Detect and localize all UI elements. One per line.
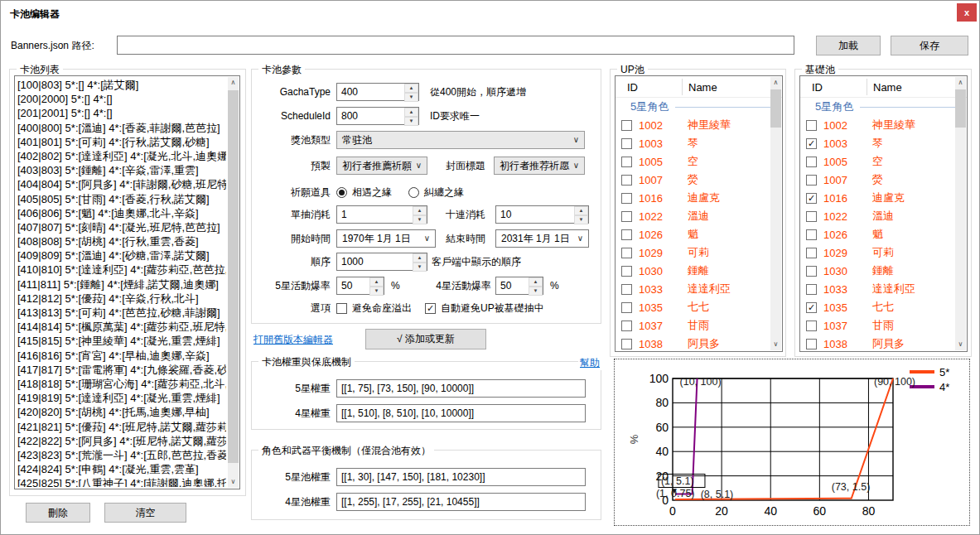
spin-up-button[interactable]: ▲ <box>529 277 543 287</box>
radio-acquaint-fate[interactable]: 相遇之緣 <box>336 186 392 200</box>
pool-weight5-input[interactable] <box>336 468 586 486</box>
row-checkbox[interactable] <box>621 175 632 186</box>
end-time-picker[interactable]: 2031年 1月 1日∨ <box>495 229 589 248</box>
spin-down-button[interactable]: ▼ <box>404 93 418 102</box>
row-checkbox[interactable] <box>806 211 817 222</box>
list-item[interactable]: [415|815] 5*:[神里綾華] 4*:[凝光,重雲,煙緋] <box>17 334 226 348</box>
list-item[interactable]: [413|813] 5*:[可莉] 4*:[芭芭拉,砂糖,菲謝爾] <box>17 306 226 320</box>
row-checkbox[interactable] <box>806 266 817 277</box>
scroll-up-arrow[interactable]: ∧ <box>955 77 966 89</box>
row-checkbox[interactable] <box>621 248 632 258</box>
row-checkbox[interactable] <box>806 229 817 240</box>
list-item[interactable]: [100|803] 5*:[] 4*:[諾艾爾] <box>17 78 226 92</box>
add-or-update-button[interactable]: √ 添加或更新 <box>365 329 486 349</box>
row-checkbox[interactable] <box>621 339 632 349</box>
scroll-down-arrow[interactable]: ∨ <box>955 339 966 350</box>
pool-weight4-input[interactable] <box>336 493 586 511</box>
row-checkbox[interactable] <box>621 302 632 313</box>
list-item[interactable]: [422|822] 5*:[阿貝多] 4*:[班尼特,諾艾爾,蘿莎莉亞] <box>17 434 226 448</box>
list-item[interactable]: [201|2001] 5*:[] 4*:[] <box>17 106 226 120</box>
up-pool-scrollbar[interactable]: ∧∨ <box>770 77 781 350</box>
help-link[interactable]: 幫助 <box>578 356 601 370</box>
list-item[interactable]: [424|824] 5*:[申鶴] 4*:[凝光,重雲,雲堇] <box>17 462 226 476</box>
row-checkbox[interactable] <box>806 248 817 258</box>
spin-down-button[interactable]: ▼ <box>404 117 418 126</box>
row-checkbox[interactable] <box>621 138 632 149</box>
pool-list-scrollbar[interactable]: ∧∨ <box>228 77 239 488</box>
scroll-up-arrow[interactable]: ∧ <box>770 77 781 89</box>
row-checkbox[interactable] <box>806 120 817 131</box>
spin-up-button[interactable]: ▲ <box>404 84 418 93</box>
single-cost-spinner[interactable]: 1▲▼ <box>336 205 427 224</box>
list-item[interactable]: [405|805] 5*:[甘雨] 4*:[香菱,行秋,諾艾爾] <box>17 192 226 206</box>
close-button[interactable]: x <box>957 3 977 22</box>
list-item[interactable]: [416|816] 5*:[宵宮] 4*:[早柚,迪奧娜,辛焱] <box>17 349 226 363</box>
cover-title-select[interactable]: 初行者推荐祈愿∨ <box>494 157 585 175</box>
list-item[interactable]: [401|801] 5*:[可莉] 4*:[行秋,諾艾爾,砂糖] <box>17 135 226 149</box>
checkbox-auto-avoid-up-in-base[interactable]: 自動避免UP被基礎抽中 <box>425 301 544 316</box>
base-pool-scrollbar[interactable]: ∧∨ <box>955 77 966 350</box>
path-input[interactable] <box>117 36 794 55</box>
row-checkbox[interactable] <box>621 157 632 167</box>
list-item[interactable]: [406|806] 5*:[魈] 4*:[迪奧娜,北斗,辛焱] <box>17 206 226 220</box>
row-checkbox[interactable] <box>806 284 817 295</box>
scroll-down-arrow[interactable]: ∨ <box>228 476 239 488</box>
delete-button[interactable]: 刪除 <box>26 503 90 523</box>
list-item[interactable]: [410|810] 5*:[達達利亞] 4*:[蘿莎莉亞,芭芭拉,菲謝爾] <box>17 263 226 277</box>
scroll-thumb[interactable] <box>770 89 781 128</box>
list-item[interactable]: [408|808] 5*:[胡桃] 4*:[行秋,重雲,香菱] <box>17 234 226 248</box>
list-item[interactable]: [418|818] 5*:[珊瑚宮心海] 4*:[蘿莎莉亞,北斗,行秋] <box>17 377 226 391</box>
list-item[interactable]: [200|2000] 5*:[] 4*:[] <box>17 92 226 106</box>
radio-intertwined-fate[interactable]: 糾纏之緣 <box>408 186 464 200</box>
spin-down-button[interactable]: ▼ <box>413 263 427 272</box>
list-item[interactable]: [403|803] 5*:[鍾離] 4*:[辛焱,雷澤,重雲] <box>17 163 226 177</box>
spin-up-button[interactable]: ▲ <box>404 108 418 117</box>
pool-type-select[interactable]: 常驻池∨ <box>336 131 585 149</box>
row-checkbox[interactable] <box>806 157 817 167</box>
checkbox-avoid-constellation-overflow[interactable]: 避免命座溢出 <box>336 301 412 316</box>
list-item[interactable]: [423|823] 5*:[荒瀧一斗] 4*:[五郎,芭芭拉,香菱] <box>17 448 226 462</box>
open-old-editor-link[interactable]: 打開舊版本編輯器 <box>252 333 335 347</box>
row-checkbox[interactable] <box>806 302 817 313</box>
load-button[interactable]: 加載 <box>816 36 881 55</box>
spin-down-button[interactable]: ▼ <box>529 287 543 296</box>
row-checkbox[interactable] <box>621 321 632 331</box>
pool-listbox[interactable]: [100|803] 5*:[] 4*:[諾艾爾][200|2000] 5*:[]… <box>14 75 240 489</box>
start-time-picker[interactable]: 1970年 1月 1日∨ <box>336 229 436 248</box>
list-item[interactable]: [407|807] 5*:[刻晴] 4*:[凝光,班尼特,芭芭拉] <box>17 220 226 234</box>
list-item[interactable]: [421|821] 5*:[優菈] 4*:[班尼特,諾艾爾,蘿莎莉亞] <box>17 420 226 434</box>
scheduleid-spinner[interactable]: 800▲▼ <box>336 107 419 125</box>
list-item[interactable]: [417|817] 5*:[雷電將軍] 4*:[九條裟羅,香菱,砂糖] <box>17 363 226 377</box>
spin-up-button[interactable]: ▲ <box>574 206 588 215</box>
scroll-thumb[interactable] <box>228 90 239 463</box>
preset-select[interactable]: 初行者推薦祈願∨ <box>336 157 427 175</box>
ten-cost-spinner[interactable]: 10▲▼ <box>495 205 589 224</box>
gachatype-spinner[interactable]: 400▲▼ <box>336 83 419 101</box>
spin-down-button[interactable]: ▼ <box>413 215 427 224</box>
row-checkbox[interactable] <box>806 193 817 204</box>
list-item[interactable]: [414|814] 5*:[楓原萬葉] 4*:[蘿莎莉亞,班尼特,雷澤] <box>17 320 226 334</box>
weight5-input[interactable] <box>336 379 586 398</box>
order-spinner[interactable]: 1000▲▼ <box>336 253 427 271</box>
row-checkbox[interactable] <box>621 229 632 240</box>
list-item[interactable]: [420|820] 5*:[胡桃] 4*:[托馬,迪奧娜,早柚] <box>17 405 226 419</box>
scroll-up-arrow[interactable]: ∧ <box>228 77 239 89</box>
clear-button[interactable]: 清空 <box>104 503 186 523</box>
row-checkbox[interactable] <box>621 266 632 277</box>
scroll-thumb[interactable] <box>955 89 966 128</box>
list-item[interactable]: [404|804] 5*:[阿貝多] 4*:[菲謝爾,砂糖,班尼特] <box>17 177 226 191</box>
row-checkbox[interactable] <box>806 175 817 186</box>
spin-down-button[interactable]: ▼ <box>574 215 588 224</box>
scroll-down-arrow[interactable]: ∨ <box>770 339 781 350</box>
row-checkbox[interactable] <box>621 120 632 131</box>
list-item[interactable]: [402|802] 5*:[達達利亞] 4*:[凝光,北斗,迪奧娜] <box>17 149 226 163</box>
row-checkbox[interactable] <box>806 321 817 331</box>
row-checkbox[interactable] <box>621 284 632 295</box>
spin-down-button[interactable]: ▼ <box>369 287 384 296</box>
list-item[interactable]: [409|809] 5*:[溫迪] 4*:[砂糖,雷澤,諾艾爾] <box>17 248 226 263</box>
spin-up-button[interactable]: ▲ <box>413 253 427 263</box>
list-item[interactable]: [412|812] 5*:[優菈] 4*:[辛焱,行秋,北斗] <box>17 292 226 306</box>
row-checkbox[interactable] <box>806 138 817 149</box>
rate5-spinner[interactable]: 50▲▼ <box>336 277 384 295</box>
list-item[interactable]: [425|825] 5*:[八重神子] 4*:[菲謝爾,迪奧娜,托馬] <box>17 476 226 487</box>
